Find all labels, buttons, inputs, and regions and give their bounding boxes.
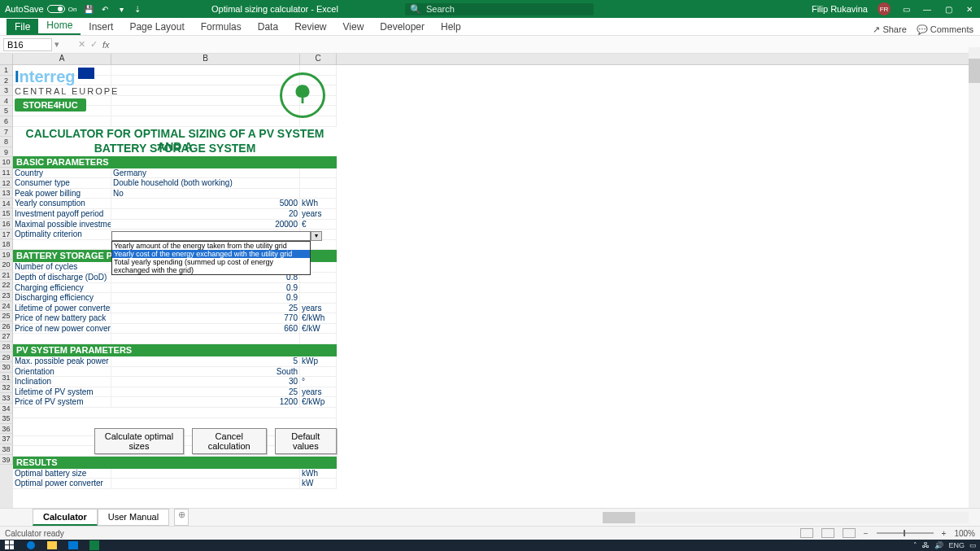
label-opt-battery: Optimal battery size [13, 469, 111, 479]
excel-taskbar-icon[interactable] [88, 540, 101, 550]
name-box-dropdown-icon[interactable]: ▾ [52, 39, 62, 50]
store4huc-badge: STORE4HUC [15, 98, 86, 112]
label-orientation: Orientation [13, 367, 111, 378]
col-header-rest[interactable] [337, 54, 980, 65]
tray-network-icon[interactable]: 🖧 [922, 541, 930, 549]
svg-rect-6 [68, 541, 78, 549]
sheet-tab-bar: Calculator User Manual ⊕ [0, 508, 980, 526]
edge-icon[interactable] [24, 540, 37, 550]
label-converter-price: Price of new power converter [13, 324, 111, 335]
tray-volume-icon[interactable]: 🔊 [934, 541, 943, 549]
share-button[interactable]: ↗ Share [873, 24, 906, 35]
tab-help[interactable]: Help [433, 19, 469, 35]
col-header-c[interactable]: C [300, 54, 337, 65]
add-sheet-icon[interactable]: ⊕ [174, 509, 189, 526]
value-payoff-period[interactable]: 20 [111, 209, 300, 220]
section-basic: BASIC PARAMETERS [13, 156, 337, 168]
dropdown-option-2[interactable]: Total yearly spending (summed up cost of… [112, 258, 310, 274]
tab-formulas[interactable]: Formulas [193, 19, 250, 35]
tab-file[interactable]: File [7, 19, 38, 35]
cancel-button[interactable]: Cancel calculation [192, 428, 267, 454]
name-box[interactable]: B16 [3, 38, 52, 51]
zoom-out-icon[interactable]: − [864, 529, 869, 538]
start-icon[interactable] [3, 540, 16, 550]
zoom-in-icon[interactable]: + [942, 529, 947, 538]
ribbon-tabs: File Home Insert Page Layout Formulas Da… [0, 18, 980, 36]
horizontal-scrollbar[interactable] [603, 512, 969, 523]
dropdown-list[interactable]: Yearly amount of the energy taken from t… [111, 241, 311, 275]
svg-rect-7 [89, 540, 99, 550]
value-country[interactable]: Germany [111, 168, 300, 179]
mail-icon[interactable] [67, 540, 80, 550]
tab-view[interactable]: View [335, 19, 372, 35]
close-icon[interactable]: ✕ [964, 3, 975, 15]
enter-formula-icon[interactable]: ✓ [90, 39, 98, 50]
optimality-dropdown[interactable]: ▾ Yearly amount of the energy taken from… [111, 231, 311, 275]
tab-review[interactable]: Review [286, 19, 334, 35]
window-title: Optimal sizing calculator - Excel [211, 4, 338, 14]
ribbon-display-icon[interactable]: ▭ [900, 3, 912, 15]
sheet-tab-calculator[interactable]: Calculator [33, 509, 98, 526]
svg-rect-0 [5, 540, 9, 544]
user-avatar[interactable]: FR [878, 2, 891, 15]
defaults-button[interactable]: Default values [275, 428, 337, 454]
normal-view-icon[interactable] [800, 528, 813, 538]
customize-qat-icon[interactable]: ⇣ [132, 3, 143, 15]
section-pv: PV SYSTEM PARAMETERS [13, 344, 337, 356]
autosave-toggle[interactable] [47, 5, 65, 13]
search-box[interactable]: 🔍 Search [405, 3, 594, 15]
autosave-group: AutoSave On [5, 4, 76, 14]
sheet-tab-user-manual[interactable]: User Manual [98, 509, 169, 526]
page-layout-view-icon[interactable] [821, 528, 834, 538]
section-results: RESULTS [13, 457, 337, 469]
quick-access-toolbar: 💾 ↶ ▾ ⇣ [83, 3, 143, 15]
sheet-cells[interactable]: CALCULATOR FOR OPTIMAL SIZING OF A PV SY… [13, 65, 337, 517]
explorer-icon[interactable] [46, 540, 59, 550]
tray-chevron-icon[interactable]: ˄ [913, 541, 917, 549]
cancel-formula-icon[interactable]: ✕ [78, 39, 85, 50]
status-text: Calculator ready [5, 529, 64, 538]
windows-taskbar: ˄ 🖧 🔊 ENG ▭ [0, 540, 980, 551]
autosave-label: AutoSave [5, 4, 44, 14]
vertical-scrollbar[interactable] [969, 47, 980, 508]
save-icon[interactable]: 💾 [83, 3, 94, 15]
col-header-b[interactable]: B [111, 54, 300, 65]
maximize-icon[interactable]: ▢ [943, 3, 954, 15]
svg-rect-2 [5, 545, 9, 549]
search-placeholder: Search [426, 4, 455, 14]
page-break-view-icon[interactable] [843, 528, 856, 538]
row-headers[interactable]: 12345678 910111213141516 171819202122232… [0, 65, 13, 517]
col-header-a[interactable]: A [13, 54, 111, 65]
dropdown-arrow-icon[interactable]: ▾ [311, 231, 322, 241]
tray-lang[interactable]: ENG [948, 541, 965, 549]
eu-flag-icon [78, 68, 94, 79]
label-charge-eff: Charging efficiency [13, 283, 111, 294]
undo-icon[interactable]: ↶ [99, 3, 111, 15]
value-yearly-consumption[interactable]: 5000 [111, 199, 300, 209]
tray-notifications-icon[interactable]: ▭ [969, 541, 977, 549]
fx-icon[interactable]: fx [102, 40, 110, 50]
zoom-level[interactable]: 100% [954, 529, 975, 538]
user-name[interactable]: Filip Rukavina [812, 4, 868, 14]
empty-grid-area[interactable] [337, 65, 980, 517]
dropdown-option-1[interactable]: Yearly cost of the energy exchanged with… [112, 250, 310, 258]
label-country: Country [13, 168, 111, 179]
label-dod: Depth of discharge (DoD) [13, 273, 111, 283]
tab-developer[interactable]: Developer [372, 19, 433, 35]
value-peak-billing[interactable]: No [111, 189, 300, 199]
redo-dropdown-icon[interactable]: ▾ [115, 3, 127, 15]
zoom-slider[interactable] [877, 532, 934, 534]
grid-area: 12345678 910111213141516 171819202122232… [0, 65, 980, 517]
minimize-icon[interactable]: — [921, 3, 933, 15]
dropdown-option-0[interactable]: Yearly amount of the energy taken from t… [112, 242, 310, 250]
tab-home[interactable]: Home [38, 17, 81, 35]
label-peak-billing: Peak power billing [13, 189, 111, 199]
tab-insert[interactable]: Insert [81, 19, 121, 35]
value-max-investment[interactable]: 20000 [111, 220, 300, 230]
tab-page-layout[interactable]: Page Layout [121, 19, 192, 35]
tab-data[interactable]: Data [250, 19, 286, 35]
calculate-button[interactable]: Calculate optimal sizes [94, 428, 184, 454]
comments-button[interactable]: 💬 Comments [917, 24, 973, 35]
value-consumer-type[interactable]: Double household (both working) [111, 178, 300, 189]
select-all-corner[interactable] [0, 54, 13, 65]
